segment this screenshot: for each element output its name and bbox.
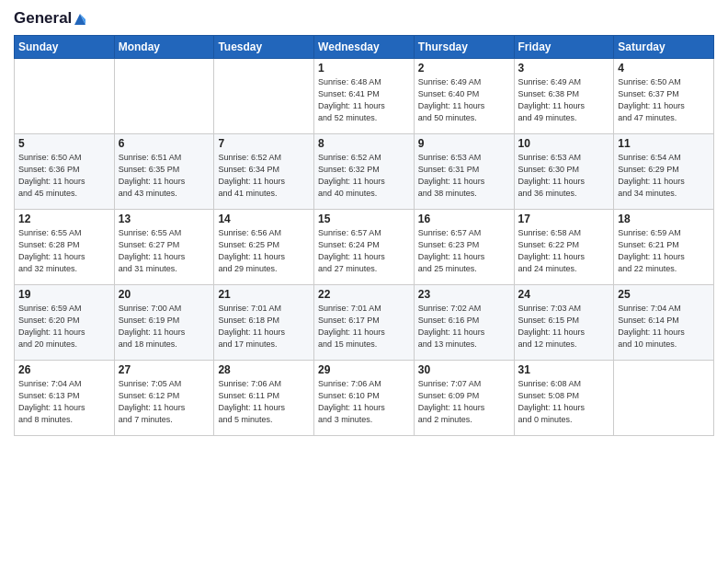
calendar-cell: 11Sunrise: 6:54 AM Sunset: 6:29 PM Dayli… bbox=[614, 133, 714, 209]
day-info: Sunrise: 6:53 AM Sunset: 6:30 PM Dayligh… bbox=[518, 152, 610, 200]
day-info: Sunrise: 7:01 AM Sunset: 6:18 PM Dayligh… bbox=[218, 303, 310, 350]
calendar-cell: 1Sunrise: 6:48 AM Sunset: 6:41 PM Daylig… bbox=[314, 58, 415, 133]
calendar-cell: 22Sunrise: 7:01 AM Sunset: 6:17 PM Dayli… bbox=[314, 284, 415, 360]
calendar-cell: 24Sunrise: 7:03 AM Sunset: 6:15 PM Dayli… bbox=[514, 284, 614, 360]
day-info: Sunrise: 6:52 AM Sunset: 6:32 PM Dayligh… bbox=[318, 152, 410, 200]
day-info: Sunrise: 6:08 AM Sunset: 5:08 PM Dayligh… bbox=[518, 378, 610, 426]
calendar-cell: 10Sunrise: 6:53 AM Sunset: 6:30 PM Dayli… bbox=[514, 133, 614, 209]
day-number: 21 bbox=[218, 288, 310, 301]
logo-text: General bbox=[14, 9, 87, 28]
day-number: 3 bbox=[518, 62, 610, 75]
calendar-cell bbox=[614, 360, 714, 435]
calendar-cell: 15Sunrise: 6:57 AM Sunset: 6:24 PM Dayli… bbox=[314, 209, 415, 284]
day-number: 14 bbox=[218, 213, 310, 225]
day-of-week-header: Monday bbox=[114, 35, 214, 58]
calendar-cell: 26Sunrise: 7:04 AM Sunset: 6:13 PM Dayli… bbox=[15, 360, 115, 435]
calendar-cell bbox=[114, 58, 214, 133]
day-number: 20 bbox=[119, 288, 210, 301]
day-number: 10 bbox=[518, 137, 610, 150]
day-info: Sunrise: 6:50 AM Sunset: 6:37 PM Dayligh… bbox=[618, 76, 710, 124]
day-info: Sunrise: 7:02 AM Sunset: 6:16 PM Dayligh… bbox=[418, 303, 510, 350]
day-of-week-header: Saturday bbox=[614, 35, 714, 58]
day-info: Sunrise: 7:00 AM Sunset: 6:19 PM Dayligh… bbox=[119, 303, 210, 350]
day-number: 5 bbox=[18, 137, 110, 150]
day-info: Sunrise: 6:59 AM Sunset: 6:20 PM Dayligh… bbox=[18, 303, 110, 350]
calendar-cell: 20Sunrise: 7:00 AM Sunset: 6:19 PM Dayli… bbox=[114, 284, 214, 360]
day-number: 24 bbox=[518, 288, 610, 301]
day-number: 26 bbox=[18, 363, 110, 376]
day-info: Sunrise: 6:57 AM Sunset: 6:24 PM Dayligh… bbox=[318, 227, 410, 275]
calendar-cell: 28Sunrise: 7:06 AM Sunset: 6:11 PM Dayli… bbox=[214, 360, 314, 435]
day-info: Sunrise: 6:58 AM Sunset: 6:22 PM Dayligh… bbox=[518, 227, 610, 275]
day-info: Sunrise: 6:55 AM Sunset: 6:28 PM Dayligh… bbox=[18, 227, 110, 275]
day-of-week-header: Sunday bbox=[15, 35, 115, 58]
day-info: Sunrise: 7:04 AM Sunset: 6:13 PM Dayligh… bbox=[18, 378, 110, 426]
day-number: 1 bbox=[318, 62, 410, 75]
day-number: 9 bbox=[418, 137, 510, 150]
day-number: 13 bbox=[119, 213, 210, 225]
calendar-cell: 19Sunrise: 6:59 AM Sunset: 6:20 PM Dayli… bbox=[15, 284, 115, 360]
page-container: General SundayMondayTuesdayWednesdayThur… bbox=[0, 0, 728, 445]
day-number: 12 bbox=[18, 213, 110, 225]
day-number: 8 bbox=[318, 137, 410, 150]
calendar-cell: 29Sunrise: 7:06 AM Sunset: 6:10 PM Dayli… bbox=[314, 360, 415, 435]
day-info: Sunrise: 6:56 AM Sunset: 6:25 PM Dayligh… bbox=[218, 227, 310, 275]
calendar-cell: 12Sunrise: 6:55 AM Sunset: 6:28 PM Dayli… bbox=[15, 209, 115, 284]
day-number: 23 bbox=[418, 288, 510, 301]
day-info: Sunrise: 7:06 AM Sunset: 6:10 PM Dayligh… bbox=[318, 378, 410, 426]
day-number: 2 bbox=[418, 62, 510, 75]
calendar-cell: 3Sunrise: 6:49 AM Sunset: 6:38 PM Daylig… bbox=[514, 58, 614, 133]
day-of-week-header: Tuesday bbox=[214, 35, 314, 58]
day-info: Sunrise: 6:55 AM Sunset: 6:27 PM Dayligh… bbox=[119, 227, 210, 275]
calendar-cell: 31Sunrise: 6:08 AM Sunset: 5:08 PM Dayli… bbox=[514, 360, 614, 435]
calendar-cell: 23Sunrise: 7:02 AM Sunset: 6:16 PM Dayli… bbox=[414, 284, 514, 360]
day-info: Sunrise: 6:53 AM Sunset: 6:31 PM Dayligh… bbox=[418, 152, 510, 200]
calendar-cell: 17Sunrise: 6:58 AM Sunset: 6:22 PM Dayli… bbox=[514, 209, 614, 284]
day-info: Sunrise: 6:48 AM Sunset: 6:41 PM Dayligh… bbox=[318, 76, 410, 124]
day-number: 27 bbox=[119, 363, 210, 376]
day-info: Sunrise: 7:05 AM Sunset: 6:12 PM Dayligh… bbox=[119, 378, 210, 426]
calendar-cell: 5Sunrise: 6:50 AM Sunset: 6:36 PM Daylig… bbox=[15, 133, 115, 209]
day-of-week-header: Friday bbox=[514, 35, 614, 58]
calendar-cell: 16Sunrise: 6:57 AM Sunset: 6:23 PM Dayli… bbox=[414, 209, 514, 284]
logo: General bbox=[14, 9, 87, 28]
day-number: 18 bbox=[618, 213, 710, 225]
day-number: 17 bbox=[518, 213, 610, 225]
day-number: 30 bbox=[418, 363, 510, 376]
calendar-table: SundayMondayTuesdayWednesdayThursdayFrid… bbox=[14, 35, 714, 436]
calendar-cell: 8Sunrise: 6:52 AM Sunset: 6:32 PM Daylig… bbox=[314, 133, 415, 209]
day-number: 29 bbox=[318, 363, 410, 376]
calendar-cell: 18Sunrise: 6:59 AM Sunset: 6:21 PM Dayli… bbox=[614, 209, 714, 284]
calendar-cell: 2Sunrise: 6:49 AM Sunset: 6:40 PM Daylig… bbox=[414, 58, 514, 133]
day-of-week-header: Thursday bbox=[414, 35, 514, 58]
calendar-cell bbox=[15, 58, 115, 133]
day-info: Sunrise: 6:49 AM Sunset: 6:40 PM Dayligh… bbox=[418, 76, 510, 124]
day-info: Sunrise: 6:49 AM Sunset: 6:38 PM Dayligh… bbox=[518, 76, 610, 124]
day-number: 6 bbox=[119, 137, 210, 150]
day-of-week-header: Wednesday bbox=[314, 35, 415, 58]
calendar-cell: 4Sunrise: 6:50 AM Sunset: 6:37 PM Daylig… bbox=[614, 58, 714, 133]
calendar-cell: 9Sunrise: 6:53 AM Sunset: 6:31 PM Daylig… bbox=[414, 133, 514, 209]
day-info: Sunrise: 7:04 AM Sunset: 6:14 PM Dayligh… bbox=[618, 303, 710, 350]
day-info: Sunrise: 7:03 AM Sunset: 6:15 PM Dayligh… bbox=[518, 303, 610, 350]
day-number: 4 bbox=[618, 62, 710, 75]
day-number: 25 bbox=[618, 288, 710, 301]
day-info: Sunrise: 7:01 AM Sunset: 6:17 PM Dayligh… bbox=[318, 303, 410, 350]
day-number: 16 bbox=[418, 213, 510, 225]
day-number: 7 bbox=[218, 137, 310, 150]
header: General bbox=[14, 9, 714, 28]
day-number: 31 bbox=[518, 363, 610, 376]
calendar-cell bbox=[214, 58, 314, 133]
calendar-cell: 6Sunrise: 6:51 AM Sunset: 6:35 PM Daylig… bbox=[114, 133, 214, 209]
day-info: Sunrise: 6:52 AM Sunset: 6:34 PM Dayligh… bbox=[218, 152, 310, 200]
day-number: 22 bbox=[318, 288, 410, 301]
calendar-cell: 13Sunrise: 6:55 AM Sunset: 6:27 PM Dayli… bbox=[114, 209, 214, 284]
day-info: Sunrise: 6:50 AM Sunset: 6:36 PM Dayligh… bbox=[18, 152, 110, 200]
day-info: Sunrise: 6:59 AM Sunset: 6:21 PM Dayligh… bbox=[618, 227, 710, 275]
calendar-cell: 30Sunrise: 7:07 AM Sunset: 6:09 PM Dayli… bbox=[414, 360, 514, 435]
day-number: 19 bbox=[18, 288, 110, 301]
day-number: 11 bbox=[618, 137, 710, 150]
calendar-cell: 25Sunrise: 7:04 AM Sunset: 6:14 PM Dayli… bbox=[614, 284, 714, 360]
calendar-cell: 21Sunrise: 7:01 AM Sunset: 6:18 PM Dayli… bbox=[214, 284, 314, 360]
calendar-cell: 14Sunrise: 6:56 AM Sunset: 6:25 PM Dayli… bbox=[214, 209, 314, 284]
